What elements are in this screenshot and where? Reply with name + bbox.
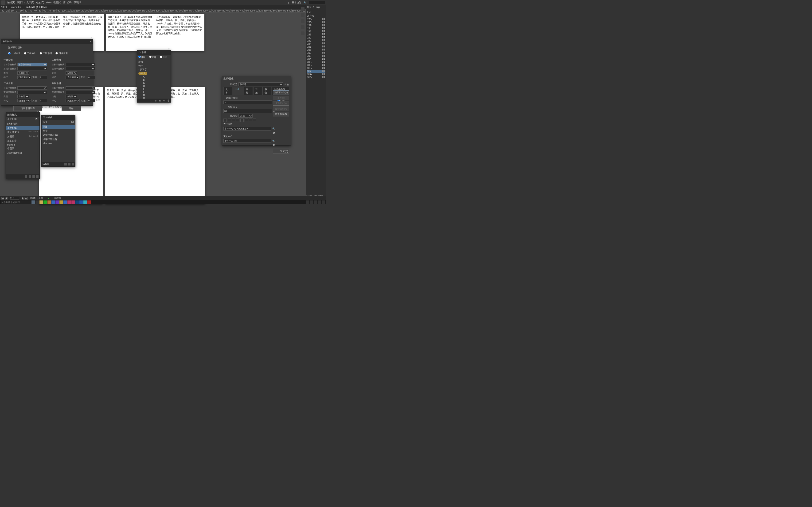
page-thumbnail[interactable]: 314- [307, 73, 325, 76]
new-group-icon[interactable]: [¶] [36, 118, 38, 121]
char-style-item[interactable]: [无] [42, 125, 75, 129]
page-thumbnail[interactable]: 280- [307, 21, 325, 24]
taskbar-indesign-icon[interactable] [67, 201, 71, 204]
page-thumbnail[interactable]: 292- [307, 39, 325, 42]
taskbar-word-icon[interactable] [80, 201, 83, 204]
index-tree-node[interactable]: › C [138, 81, 169, 84]
tray-icon[interactable] [310, 201, 313, 204]
page-thumbnail[interactable]: 296- [307, 45, 325, 48]
index-tree-node[interactable]: › G [138, 94, 169, 97]
page-val-1[interactable] [40, 75, 47, 79]
page-val-4[interactable] [88, 99, 95, 102]
tray-wifi-icon[interactable] [318, 201, 321, 204]
properties-icon[interactable] [301, 7, 305, 11]
page-thumbnail[interactable]: 294- [307, 42, 325, 45]
search-footnotes-icon[interactable] [236, 119, 240, 122]
radio-level-2[interactable]: 二级索引 [24, 52, 37, 55]
close-icon[interactable]: × [168, 48, 170, 50]
menu-table[interactable]: 表(A) [46, 1, 51, 4]
tab-text[interactable]: 文本 [223, 87, 232, 95]
page-thumbnail[interactable]: 304- [307, 58, 325, 61]
fewer-options-button[interactable]: 较少选项(O) [273, 112, 289, 116]
taskbar-app-icon[interactable] [51, 201, 55, 204]
index-tree-node[interactable]: › D [138, 84, 169, 88]
panel-menu-icon[interactable]: ≡ [90, 40, 91, 43]
index-tree-node[interactable]: › B [138, 78, 169, 81]
taskbar-vs-icon[interactable] [55, 201, 59, 204]
clear-format-icon[interactable]: 🗑 [273, 144, 275, 146]
taskbar-record-icon[interactable] [87, 201, 91, 204]
taskbar-cortana-icon[interactable] [36, 201, 39, 204]
share-icon[interactable]: ⇪ [288, 1, 290, 4]
para-style-item[interactable]: 正文正常 [6, 139, 40, 143]
page-thumbnail[interactable]: 290- [307, 36, 325, 39]
radio-topic[interactable]: 主题 [149, 56, 156, 59]
taskbar-indesign2-icon[interactable] [71, 201, 75, 204]
page-style-2[interactable] [65, 67, 95, 70]
index-tree-node[interactable]: › 中文 [138, 72, 169, 75]
document-page-4[interactable]: 罗发所，男，汉族，嘉仙乡人，1971年8月出生... 陈渊旺，男，汉族，虎空镇人… [105, 87, 205, 204]
target-style-3[interactable] [17, 87, 47, 90]
find-next-button[interactable]: 查找下一个(N) [273, 91, 289, 95]
page-thumbnail[interactable]: 308- [307, 64, 325, 67]
find-format[interactable] [223, 127, 271, 130]
page-style-3[interactable] [17, 91, 47, 94]
tab-grep[interactable]: GREP [233, 87, 243, 95]
style-1[interactable]: [无段落样式] [17, 75, 32, 79]
index-tree-node[interactable]: 符号 [138, 60, 169, 64]
page-val-2[interactable] [88, 75, 95, 79]
page-val-3[interactable] [40, 99, 47, 102]
new-icon[interactable] [68, 163, 70, 165]
para-style-item[interactable]: 标题四 [6, 147, 40, 151]
taskbar-app3-icon[interactable] [63, 201, 67, 204]
done-button[interactable]: 完成(D) [273, 149, 289, 154]
page-style-1[interactable] [17, 67, 47, 70]
para-style-item[interactable]: 加图片Ctrl+Num 0 [6, 134, 40, 139]
zoom-level[interactable]: 100% [1, 6, 7, 8]
swatches-icon[interactable] [301, 25, 305, 29]
page-thumbnail[interactable]: 312 [307, 70, 325, 73]
index-tree-node[interactable]: › F [138, 91, 169, 94]
tab-properties[interactable]: 属性 [306, 6, 311, 9]
target-style-2[interactable] [65, 63, 95, 66]
radio-level-1[interactable]: 一级索引 [8, 52, 21, 55]
taskbar-app4-icon[interactable] [84, 201, 87, 204]
folder-icon[interactable] [25, 175, 27, 178]
expand-icon[interactable]: ⊞ [155, 99, 157, 102]
page-thumbnail[interactable]: 288- [307, 33, 325, 36]
page-thumbnail[interactable]: 310- [307, 67, 325, 70]
index-tree-node[interactable]: › E [138, 88, 169, 91]
tab-xin3[interactable]: xin3.indd @ 136% × [24, 6, 48, 8]
para-style-item[interactable]: 正文XXX [6, 126, 40, 130]
kana-icon[interactable] [249, 119, 252, 122]
index-tree-node[interactable]: 数字 [138, 64, 169, 68]
prev-page-button[interactable]: ◀ [5, 197, 7, 200]
style-4[interactable]: [无段落样式] [65, 99, 80, 102]
tab-object[interactable]: 对象 [253, 87, 262, 95]
trash-icon[interactable] [36, 175, 39, 178]
cat-4[interactable]: 当前页 [65, 95, 77, 98]
char-style-item[interactable]: 名字加黑段首2 [42, 133, 75, 137]
tray-icon[interactable] [306, 201, 309, 204]
page-thumbnail[interactable]: 278- [307, 18, 325, 21]
checkbox-book[interactable]: 书籍 [160, 56, 167, 59]
taskbar-ps-icon[interactable] [75, 201, 79, 204]
char-style-item[interactable]: shousuo [42, 142, 75, 145]
menu-view[interactable]: 视图(V) [53, 1, 61, 4]
colors-icon[interactable] [301, 19, 305, 23]
search-scope[interactable]: 文档 [239, 114, 253, 118]
menu-window[interactable]: 窗口(W) [63, 1, 72, 4]
tab-glyph[interactable]: 字形 [244, 87, 253, 95]
new-group-icon[interactable]: [a] [71, 120, 74, 124]
search-master-icon[interactable] [232, 119, 235, 122]
workspace-label[interactable]: 基本功能 [292, 1, 301, 4]
tab-color[interactable]: 颜色 [262, 87, 271, 95]
style-2[interactable]: [无段落样式] [65, 75, 80, 79]
index-tree-node[interactable]: › 罗马字 [138, 68, 169, 72]
change-input[interactable] [223, 109, 272, 113]
para-style-item[interactable]: [基本段落] [6, 122, 40, 126]
para-style-item[interactable]: biaoti 2 [6, 143, 40, 147]
search-icon[interactable]: 🔍 [304, 1, 306, 4]
search-input[interactable] [309, 1, 325, 4]
trash-icon[interactable] [72, 163, 74, 165]
